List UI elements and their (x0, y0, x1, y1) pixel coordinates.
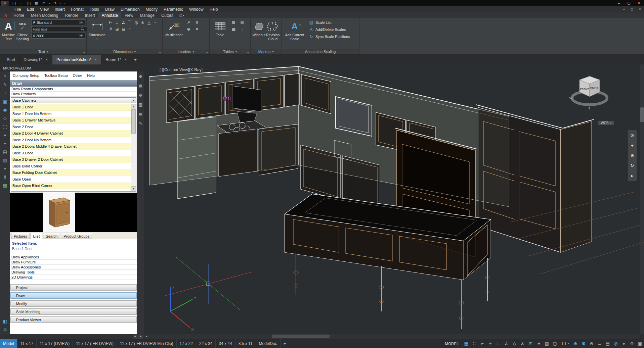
object-snap-icon[interactable]: ⊡ (527, 339, 535, 348)
section-modify[interactable]: Modify (10, 300, 137, 307)
doc-tab-drawing1[interactable]: Drawing1* ✕ (19, 55, 52, 64)
ribbon-tab-home[interactable]: Home (10, 12, 28, 18)
redo-icon[interactable]: ↷ (51, 1, 59, 5)
viewport-vscrollbar[interactable] (640, 64, 644, 334)
viewcube-right-face[interactable]: RIGHT (590, 86, 598, 89)
units-icon[interactable]: ▭ (596, 339, 604, 348)
compass-west-label[interactable]: W (569, 97, 572, 100)
menu-window[interactable]: Window (186, 6, 207, 12)
lineweight-icon[interactable]: ≡ (535, 339, 543, 348)
dimension-tool-icon[interactable]: ◎ (133, 19, 139, 25)
zoom-icon[interactable]: ⊕ (631, 153, 634, 158)
ribbon-tab-render[interactable]: Render (61, 12, 81, 18)
chevron-down-icon[interactable]: ▾ (79, 21, 83, 24)
draw-pencil-icon[interactable]: ✎ (1, 81, 9, 89)
table-tool-icon[interactable]: ⊟ (239, 19, 245, 25)
table-button[interactable]: Table (211, 19, 229, 49)
product-list-item[interactable]: Base 2 Doors Middle 4 Drawer Cabinet (11, 143, 131, 150)
graphics-performance-icon[interactable]: ● (620, 339, 628, 348)
product-list-item[interactable]: Base 2 Door (11, 124, 131, 131)
dialog-launcher-icon[interactable]: ↘ (82, 51, 85, 54)
tab-list[interactable]: List (31, 233, 43, 239)
dimension-button[interactable]: Dimension ▾ (88, 19, 106, 49)
add-layout-button[interactable]: + (281, 339, 289, 348)
view-cube[interactable]: W S FRONT RIGHT (568, 73, 612, 113)
panel-title-annotation-scaling[interactable]: Annotation Scaling (282, 49, 359, 54)
spiral-icon[interactable]: ◔ (1, 89, 9, 97)
text-style-select[interactable]: A Standard ▾ (31, 19, 85, 25)
dimension-tool-icon[interactable]: ↔ (114, 19, 120, 25)
wcs-selector[interactable]: WCS ▾ (598, 121, 614, 125)
undo-icon[interactable]: ↶ (40, 1, 47, 5)
chevron-down-icon[interactable]: ▾ (79, 34, 83, 37)
infer-constraints-icon[interactable]: ⌐ (478, 339, 486, 348)
scale-list-button[interactable]: ▤ Scale List (308, 19, 350, 25)
menu-modify[interactable]: Modify (143, 6, 161, 12)
menu-dimension[interactable]: Dimension (118, 6, 143, 12)
revision-cloud-button[interactable]: Revision Cloud (266, 19, 280, 49)
render-camera-icon[interactable]: ◉ (1, 106, 9, 114)
viewport-controls-label[interactable]: [-][Custom View][X-Ray] (160, 67, 203, 72)
chevron-down-icon[interactable]: ▾ (127, 26, 133, 32)
plot-icon[interactable]: ▦ (33, 1, 40, 5)
menu-view[interactable]: View (37, 6, 52, 12)
scroll-right-icon[interactable]: ► (138, 335, 143, 339)
ribbon-tab-view[interactable]: View (121, 12, 137, 18)
pan-icon[interactable]: + (631, 143, 634, 148)
annotation-monitor-icon[interactable]: ⊖ (588, 339, 596, 348)
lock-ui-icon[interactable]: ⊘ (628, 339, 636, 348)
section-solid-modeling[interactable]: Solid Modeling (10, 308, 137, 315)
window-icon[interactable]: ◧ (1, 317, 9, 326)
dimension-tool-icon[interactable]: ⊞ (114, 26, 120, 32)
dimension-tool-icon[interactable]: △ (146, 19, 152, 25)
document-icon[interactable]: ▤ (139, 112, 142, 116)
panel-title-text[interactable]: Text ▾ ↘ (0, 49, 86, 54)
palette-scrollbar[interactable]: ◄ ► (0, 334, 144, 339)
menu-toolbox-setup[interactable]: Toolbox Setup (44, 73, 68, 79)
doc-minimize-button[interactable]: – (620, 7, 628, 12)
clean-screen-icon[interactable]: ▣ (636, 339, 644, 348)
product-list-scrollbar[interactable]: ▲ ▼ (131, 104, 136, 191)
grid-doc-icon[interactable]: ▦ (139, 102, 142, 107)
dynamic-input-icon[interactable]: ⌖ (486, 339, 495, 348)
tab-product-groups[interactable]: Product Groups (61, 233, 92, 239)
compass-south-label[interactable]: S (588, 107, 590, 110)
product-list-item[interactable]: Base Open (11, 176, 131, 183)
open-file-icon[interactable]: ▭ (18, 1, 25, 5)
leader-tool-icon[interactable]: ≡ (194, 19, 200, 25)
menu-palette-help[interactable]: Help (87, 73, 95, 79)
section-product-viewer[interactable]: Product Viewer (10, 316, 137, 323)
close-tab-icon[interactable]: ✕ (94, 58, 97, 61)
isometric-drafting-icon[interactable]: ◇ (511, 339, 519, 348)
save-icon[interactable]: ◫ (25, 1, 33, 5)
layout-tab[interactable]: 22 x 34 (196, 339, 216, 348)
product-list-item[interactable]: Base 1 Door No Bottom (11, 111, 131, 117)
gear-icon[interactable]: ⚙ (1, 326, 9, 334)
menu-draw[interactable]: Draw (102, 6, 118, 12)
product-list-item[interactable]: Base 2 Door No Bottom (11, 137, 131, 144)
object-snap-tracking-icon[interactable]: ∡ (519, 339, 527, 348)
panel-title-tables[interactable]: Tables ▾ ↘ (210, 49, 250, 54)
product-thumbnail[interactable] (43, 193, 75, 232)
monitor-icon[interactable]: ▦ (1, 181, 9, 190)
doc-tab-start[interactable]: Start (3, 55, 19, 64)
pan-hand-icon[interactable]: + (1, 139, 9, 148)
dimension-tool-icon[interactable]: ⊟ (120, 26, 127, 32)
panel-title-leaders[interactable]: Leaders ▾ ↘ (163, 49, 209, 54)
category-select[interactable]: Base Cabinets ▼ (11, 97, 136, 103)
3d-osnap-icon[interactable]: ⊕ (571, 339, 579, 348)
menu-insert[interactable]: Insert (52, 6, 68, 12)
navigation-bar[interactable]: ⊙ + ⊕ ↻ ▸ (628, 130, 637, 181)
polygon-icon[interactable]: ◇ (1, 114, 9, 122)
ribbon-tab-mesh-modeling[interactable]: Mesh Modeling (28, 12, 61, 18)
dimension-tool-icon[interactable]: ± (139, 19, 146, 25)
layout-tab[interactable]: 11 x 17 (17, 339, 37, 348)
model-space-toggle[interactable]: MODEL (442, 339, 462, 348)
palette-title[interactable]: MICROVELLUM (0, 64, 144, 71)
dimension-tool-icon[interactable]: ⌒ (127, 19, 133, 25)
draw-products-link[interactable]: Draw Products (10, 92, 137, 97)
maximize-button[interactable]: ▢ (624, 0, 634, 6)
workspace-gear-icon[interactable]: ⚙ (579, 339, 588, 348)
snap-mode-icon[interactable]: ∷ (470, 339, 478, 348)
menu-edit[interactable]: Edit (24, 6, 37, 12)
